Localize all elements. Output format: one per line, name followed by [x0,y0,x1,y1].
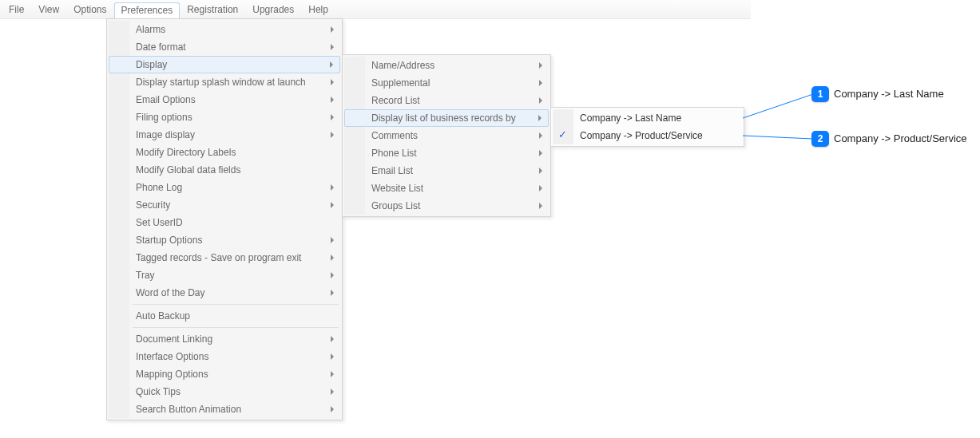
menu-item-date-format[interactable]: Date format [109,38,340,56]
callout-number: 1 [818,89,823,100]
menu-item-phone-log[interactable]: Phone Log [109,179,340,196]
menu-item-label: Tray [136,270,155,281]
menubar: File View Options Preferences Registrati… [0,0,751,19]
chevron-right-icon [331,184,334,191]
menu-item-interface-options[interactable]: Interface Options [109,348,340,365]
menu-item-label: Email Options [136,94,196,105]
svg-line-0 [743,94,813,118]
chevron-right-icon [539,132,542,139]
menu-item-startup-options[interactable]: Startup Options [109,231,340,249]
menu-item-supplemental[interactable]: Supplemental [344,74,549,92]
menu-item-email-list[interactable]: Email List [344,162,549,180]
menu-item-display-startup-splash[interactable]: Display startup splash window at launch [109,73,340,91]
menu-item-comments[interactable]: Comments [344,127,549,144]
leader-line-icon [743,134,815,140]
display-submenu: Name/Address Supplemental Record List Di… [342,54,551,217]
chevron-right-icon [331,237,334,243]
preferences-dropdown: Alarms Date format Display Display start… [106,18,343,420]
menu-item-filing-options[interactable]: Filing options [109,109,340,126]
menu-item-website-list[interactable]: Website List [344,180,549,197]
menu-item-word-of-the-day[interactable]: Word of the Day [109,284,340,302]
menu-file[interactable]: File [2,2,31,18]
menu-item-set-userid[interactable]: Set UserID [109,214,340,231]
menu-options[interactable]: Options [66,2,113,18]
chevron-right-icon [331,132,334,138]
callout-number: 2 [818,133,823,144]
menu-separator [133,327,339,328]
menu-item-label: Alarms [136,24,165,35]
menu-item-phone-list[interactable]: Phone List [344,144,549,162]
menu-item-display-list-business-records[interactable]: Display list of business records by [344,109,549,127]
menu-item-tagged-records[interactable]: Tagged records - Save on program exit [109,249,340,266]
chevron-right-icon [331,272,334,278]
menu-item-label: Quick Tips [136,386,181,397]
menu-item-auto-backup[interactable]: Auto Backup [109,307,340,325]
menu-item-label: Image display [136,129,195,140]
menu-item-company-lastname[interactable]: Company -> Last Name [553,109,742,127]
menu-item-record-list[interactable]: Record List [344,92,549,109]
menu-registration[interactable]: Registration [180,2,245,18]
callout-text-1: Company -> Last Name [834,88,944,100]
menu-item-label: Security [136,199,170,211]
callout-badge-2: 2 [811,131,829,147]
menu-item-label: Name/Address [371,60,434,71]
menu-item-label: Document Linking [136,333,212,345]
chevron-right-icon [538,115,542,121]
menu-help[interactable]: Help [301,2,335,18]
menu-item-label: Supplemental [371,77,430,89]
chevron-right-icon [539,168,542,174]
chevron-right-icon [331,353,334,360]
chevron-right-icon [331,371,334,377]
menu-item-label: Phone List [371,148,417,159]
check-icon: ✓ [558,129,567,140]
chevron-right-icon [331,44,334,50]
menu-item-label: Modify Directory Labels [136,147,236,158]
menu-item-label: Company -> Product/Service [580,130,703,141]
menu-item-company-product-service[interactable]: ✓Company -> Product/Service [553,127,742,144]
callout-text-2: Company -> Product/Service [834,132,967,144]
menu-item-label: Modify Global data fields [136,164,240,176]
menu-item-modify-directory-labels[interactable]: Modify Directory Labels [109,144,340,161]
menu-item-label: Company -> Last Name [580,112,681,124]
menu-item-label: Word of the Day [136,287,204,298]
chevron-right-icon [539,185,542,191]
chevron-right-icon [331,290,334,296]
menu-item-security[interactable]: Security [109,196,340,214]
svg-line-1 [743,136,813,139]
menu-item-quick-tips[interactable]: Quick Tips [109,383,340,401]
menu-item-label: Groups List [371,200,420,211]
menu-item-display[interactable]: Display [109,56,340,73]
chevron-right-icon [539,62,542,69]
chevron-right-icon [331,97,334,103]
chevron-right-icon [331,406,334,412]
menu-item-mapping-options[interactable]: Mapping Options [109,365,340,383]
chevron-right-icon [331,79,334,85]
menu-item-modify-global-data-fields[interactable]: Modify Global data fields [109,161,340,179]
menu-item-document-linking[interactable]: Document Linking [109,330,340,348]
menu-item-image-display[interactable]: Image display [109,126,340,144]
chevron-right-icon [331,114,334,120]
menu-item-groups-list[interactable]: Groups List [344,197,549,215]
chevron-right-icon [330,61,333,68]
menu-separator [133,304,339,305]
menu-item-label: Interface Options [136,351,208,362]
menu-preferences[interactable]: Preferences [114,2,181,18]
chevron-right-icon [539,150,542,156]
menu-item-name-address[interactable]: Name/Address [344,57,549,74]
menu-item-label: Startup Options [136,235,202,246]
callout-badge-1: 1 [811,86,829,102]
chevron-right-icon [331,26,334,33]
menu-item-label: Date format [136,41,186,53]
menu-item-label: Phone Log [136,182,182,193]
menu-item-email-options[interactable]: Email Options [109,91,340,109]
menu-item-tray[interactable]: Tray [109,266,340,284]
chevron-right-icon [331,336,334,342]
menu-item-label: Set UserID [136,217,183,228]
menu-view[interactable]: View [31,2,66,18]
menu-item-label: Tagged records - Save on program exit [136,252,301,263]
menu-item-search-button-animation[interactable]: Search Button Animation [109,401,340,418]
menu-item-alarms[interactable]: Alarms [109,21,340,38]
chevron-right-icon [539,203,542,209]
menu-item-label: Record List [371,95,420,106]
menu-upgrades[interactable]: Upgrades [245,2,301,18]
